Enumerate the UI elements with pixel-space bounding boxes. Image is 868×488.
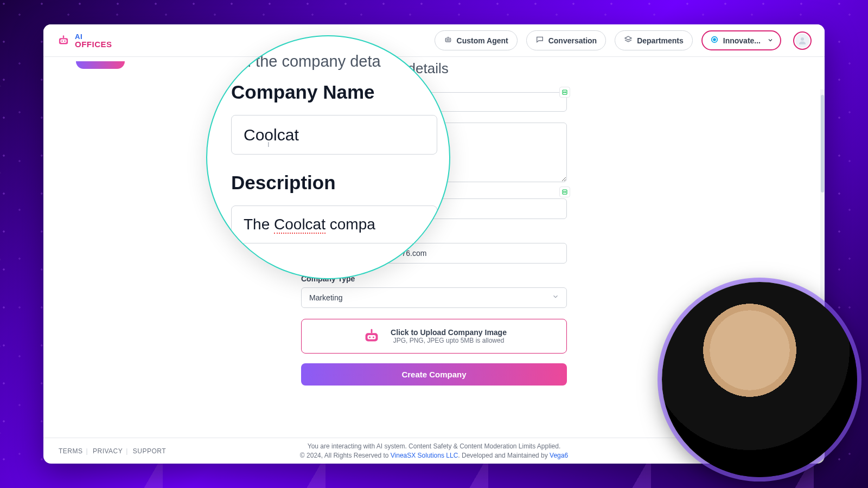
conversation-button[interactable]: Conversation	[526, 30, 606, 50]
brand-line1: AI	[75, 33, 112, 40]
target-icon	[710, 35, 719, 46]
layers-icon	[624, 35, 633, 46]
svg-rect-22	[371, 329, 373, 333]
custom-agent-button[interactable]: Custom Agent	[435, 30, 518, 50]
departments-button[interactable]: Departments	[615, 30, 693, 50]
brand-line2: OFFICES	[75, 40, 112, 48]
upload-title: Click to Upload Company Image	[391, 328, 507, 337]
company-website-label: Company Website	[301, 230, 567, 239]
svg-point-11	[801, 37, 804, 41]
user-avatar-menu[interactable]	[793, 31, 812, 50]
wizard-step-indicator	[76, 61, 125, 69]
svg-rect-5	[445, 38, 450, 42]
footer-terms-link[interactable]: TERMS	[59, 447, 83, 455]
person-icon	[795, 34, 809, 48]
footer-dev-link[interactable]: Vega6	[550, 452, 568, 459]
robot-icon	[444, 35, 452, 46]
brand-logo[interactable]: AI OFFICES	[56, 33, 112, 48]
svg-point-10	[713, 38, 716, 41]
svg-point-3	[64, 40, 66, 42]
company-image-upload[interactable]: Click to Upload Company Image JPG, PNG, …	[301, 319, 567, 354]
company-website-input[interactable]	[301, 243, 567, 264]
create-company-form: Fill the company details Company Website	[301, 57, 567, 386]
extension-badge-icon[interactable]	[559, 87, 570, 98]
org-dropdown[interactable]: Innovate...	[701, 30, 781, 50]
svg-point-17	[565, 191, 566, 192]
footer-links: TERMS| PRIVACY| SUPPORT	[59, 447, 166, 455]
company-type-select[interactable]: Marketing	[301, 287, 567, 308]
topbar: AI OFFICES Custom Agent Conversation	[43, 24, 825, 57]
company-type-label: Company Type	[301, 274, 567, 283]
presenter-webcam	[662, 282, 857, 477]
footer-company-link[interactable]: VineaSX Solutions LLC	[391, 452, 458, 459]
chat-icon	[535, 35, 544, 46]
svg-point-2	[61, 40, 63, 42]
svg-rect-1	[60, 39, 66, 43]
svg-point-16	[564, 191, 565, 192]
company-name-input[interactable]	[301, 92, 567, 112]
form-title: Fill the company details	[301, 60, 567, 77]
upload-hint: JPG, PNG, JPEG upto 5MB is allowed	[391, 337, 507, 344]
company-description-input[interactable]	[301, 123, 567, 182]
svg-point-21	[373, 336, 374, 338]
create-company-button[interactable]: Create Company	[301, 363, 567, 386]
svg-point-14	[565, 92, 566, 93]
svg-point-7	[448, 40, 449, 41]
svg-point-6	[446, 40, 448, 41]
footer-copyright: © 2024, All Rights Reserved to VineaSX S…	[300, 451, 568, 460]
svg-rect-4	[63, 35, 64, 38]
scrollbar-thumb[interactable]	[821, 95, 824, 192]
svg-point-13	[564, 92, 565, 93]
footer-privacy-link[interactable]: PRIVACY	[93, 447, 123, 455]
chevron-down-icon	[767, 36, 774, 45]
brand-logo-icon	[56, 34, 71, 48]
company-email-input[interactable]	[301, 198, 567, 219]
extension-badge-icon[interactable]	[559, 187, 570, 197]
svg-rect-19	[367, 335, 375, 339]
footer-support-link[interactable]: SUPPORT	[133, 447, 166, 455]
footer-disclaimer: You are interacting with AI system. Cont…	[300, 442, 568, 451]
upload-robot-icon	[361, 326, 382, 346]
svg-point-20	[369, 336, 371, 338]
